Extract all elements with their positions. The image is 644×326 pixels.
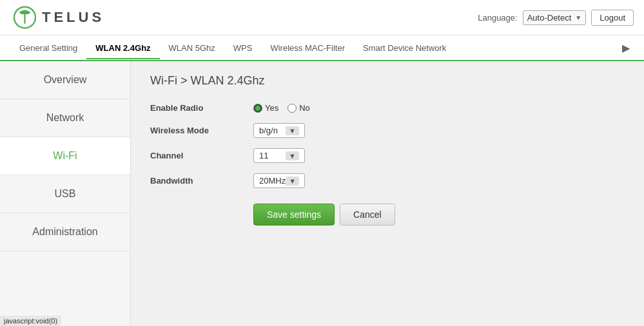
nav-arrow[interactable]: ▶	[618, 39, 634, 57]
language-dropdown-arrow: ▼	[575, 14, 581, 21]
channel-value: 11	[259, 151, 286, 160]
logout-button[interactable]: Logout	[591, 10, 634, 26]
sidebar-item-network[interactable]: Network	[0, 99, 130, 137]
language-value: Auto-Detect	[527, 13, 572, 23]
tab-wireless-mac-filter[interactable]: Wireless MAC-Filter	[261, 38, 354, 59]
bandwidth-row: Bandwidth 20MHz ▼	[150, 173, 625, 188]
enable-radio-no-label: No	[299, 103, 310, 113]
bandwidth-label: Bandwidth	[150, 176, 253, 186]
channel-row: Channel 11 ▼	[150, 148, 625, 163]
channel-select-wrapper[interactable]: 11 ▼	[253, 148, 305, 163]
main-layout: Overview Network Wi-Fi USB Administratio…	[0, 61, 644, 326]
wireless-mode-dropdown-btn[interactable]: ▼	[286, 126, 299, 135]
bandwidth-dropdown-btn[interactable]: ▼	[286, 177, 299, 186]
wireless-mode-row: Wireless Mode b/g/n ▼	[150, 123, 625, 138]
telus-logo-icon	[10, 5, 39, 30]
cancel-button[interactable]: Cancel	[340, 204, 395, 225]
tab-wlan-24ghz[interactable]: WLAN 2.4Ghz	[86, 38, 159, 59]
sidebar-item-overview[interactable]: Overview	[0, 61, 130, 99]
button-row: Save settings Cancel	[150, 204, 625, 225]
nav-tabs: General Setting WLAN 2.4Ghz WLAN 5Ghz WP…	[0, 35, 644, 61]
enable-radio-no-input[interactable]	[288, 104, 297, 113]
content-area: Wi-Fi > WLAN 2.4Ghz Enable Radio Yes No …	[131, 61, 644, 326]
status-bar: javascript:void(0)	[0, 316, 61, 326]
wireless-mode-control: b/g/n ▼	[253, 123, 305, 138]
logo: TELUS	[10, 5, 104, 30]
enable-radio-control: Yes No	[253, 103, 310, 113]
header-controls: Language: Auto-Detect ▼ Logout	[478, 10, 634, 26]
wireless-mode-select-wrapper[interactable]: b/g/n ▼	[253, 123, 305, 138]
enable-radio-no-option[interactable]: No	[288, 103, 310, 113]
wireless-mode-label: Wireless Mode	[150, 126, 253, 135]
page-title: Wi-Fi > WLAN 2.4Ghz	[150, 74, 625, 88]
channel-label: Channel	[150, 151, 253, 160]
sidebar-item-administration[interactable]: Administration	[0, 213, 130, 251]
bandwidth-value: 20MHz	[259, 176, 286, 186]
enable-radio-label: Enable Radio	[150, 103, 253, 113]
enable-radio-yes-input[interactable]	[253, 104, 262, 113]
language-label: Language:	[478, 13, 517, 23]
wireless-mode-value: b/g/n	[259, 126, 286, 135]
bandwidth-control: 20MHz ▼	[253, 173, 305, 188]
sidebar-item-usb[interactable]: USB	[0, 175, 130, 213]
enable-radio-yes-option[interactable]: Yes	[253, 103, 278, 113]
enable-radio-row: Enable Radio Yes No	[150, 103, 625, 113]
sidebar: Overview Network Wi-Fi USB Administratio…	[0, 61, 131, 326]
tab-general-setting[interactable]: General Setting	[10, 38, 86, 59]
channel-dropdown-btn[interactable]: ▼	[286, 151, 299, 160]
tab-smart-device-network[interactable]: Smart Device Network	[354, 38, 455, 59]
channel-control: 11 ▼	[253, 148, 305, 163]
bandwidth-select-wrapper[interactable]: 20MHz ▼	[253, 173, 305, 188]
sidebar-item-wifi[interactable]: Wi-Fi	[0, 137, 130, 175]
tab-wps[interactable]: WPS	[224, 38, 262, 59]
telus-wordmark: TELUS	[42, 9, 104, 26]
enable-radio-yes-label: Yes	[265, 103, 278, 113]
status-bar-text: javascript:void(0)	[4, 317, 57, 325]
language-dropdown[interactable]: Auto-Detect ▼	[523, 10, 587, 25]
header: TELUS Language: Auto-Detect ▼ Logout	[0, 0, 644, 35]
save-settings-button[interactable]: Save settings	[253, 204, 335, 225]
tab-wlan-5ghz[interactable]: WLAN 5Ghz	[160, 38, 224, 59]
